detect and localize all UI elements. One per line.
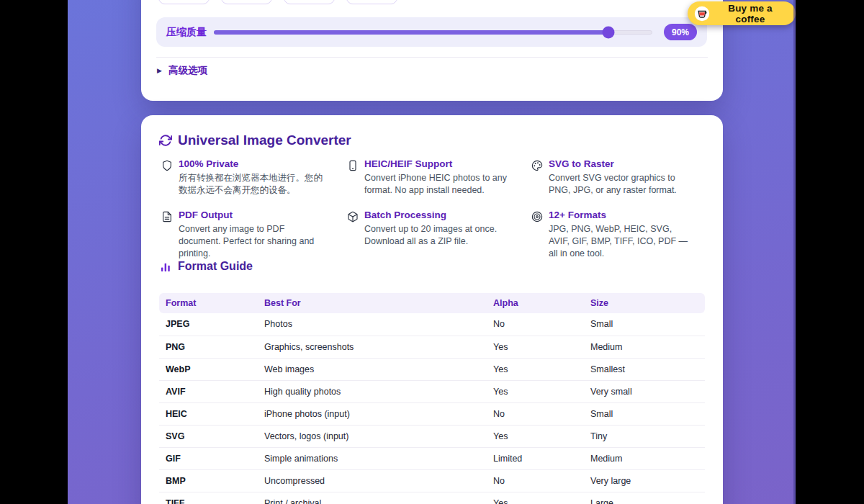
quality-slider-group: 压缩质量 90% <box>156 17 707 47</box>
table-cell: Tiny <box>590 425 705 447</box>
table-cell: Limited <box>493 447 590 469</box>
coffee-cup-icon <box>694 6 710 22</box>
preset-button-4[interactable] <box>346 0 397 4</box>
table-row: AVIFHigh quality photosYesVery small <box>159 380 705 402</box>
table-cell: Medium <box>590 336 705 358</box>
feature-batch: Batch Processing Convert up to 20 images… <box>347 210 531 260</box>
shield-icon <box>161 160 173 197</box>
table-row: HEICiPhone photos (input)NoSmall <box>159 402 705 425</box>
table-cell: HEIC <box>159 402 264 425</box>
feature-title: 100% Private <box>179 158 328 169</box>
feature-private: 100% Private 所有转换都在浏览器本地进行。您的数据永远不会离开您的设… <box>161 158 347 197</box>
table-cell: Large <box>590 492 705 504</box>
table-cell: AVIF <box>159 380 264 402</box>
table-cell: GIF <box>159 447 264 469</box>
feature-desc: JPG, PNG, WebP, HEIC, SVG, AVIF, GIF, BM… <box>549 223 693 260</box>
feature-desc: Convert up to 20 images at once. Downloa… <box>364 223 513 248</box>
feature-formats: 12+ Formats JPG, PNG, WebP, HEIC, SVG, A… <box>531 210 711 260</box>
table-cell: Graphics, screenshots <box>264 336 493 358</box>
table-row: GIFSimple animationsLimitedMedium <box>159 447 705 469</box>
bmc-label: Buy me a coffee <box>715 3 786 24</box>
table-cell: JPEG <box>159 313 264 336</box>
feature-grid: 100% Private 所有转换都在浏览器本地进行。您的数据永远不会离开您的设… <box>161 158 711 260</box>
table-cell: Print / archival <box>264 492 493 504</box>
table-cell: No <box>493 469 590 492</box>
smartphone-icon <box>347 160 359 197</box>
format-table-header: Alpha <box>493 293 590 313</box>
table-cell: WebP <box>159 358 264 380</box>
format-guide-title: Format Guide <box>178 260 253 273</box>
disc-icon <box>531 211 543 260</box>
table-cell: SVG <box>159 425 264 447</box>
format-table-header: Format <box>159 293 264 313</box>
converter-title: Universal Image Converter <box>178 132 351 148</box>
table-cell: Very large <box>590 469 705 492</box>
feature-title: Batch Processing <box>364 210 513 220</box>
table-cell: Photos <box>264 313 493 336</box>
feature-title: SVG to Raster <box>549 158 693 169</box>
feature-desc: Convert any image to PDF document. Perfe… <box>179 223 328 260</box>
slider-thumb[interactable] <box>603 26 615 38</box>
quality-value-badge: 90% <box>664 24 697 40</box>
table-row: BMPUncompressedNoVery large <box>159 469 705 492</box>
table-cell: High quality photos <box>264 380 493 402</box>
advanced-options-label: 高级选项 <box>168 64 207 77</box>
format-table: FormatBest ForAlphaSize JPEGPhotosNoSmal… <box>159 293 705 504</box>
format-guide-header: Format Guide <box>161 260 253 273</box>
table-cell: Simple animations <box>264 447 493 469</box>
table-cell: TIFF <box>159 492 264 504</box>
page-viewport: 压缩质量 90% ▶ 高级选项 Buy me a coffee <box>68 0 796 504</box>
table-cell: Medium <box>590 447 705 469</box>
feature-heic: HEIC/HEIF Support Convert iPhone HEIC ph… <box>347 158 531 197</box>
feature-desc: Convert iPhone HEIC photos to any format… <box>364 172 513 197</box>
table-cell: Yes <box>493 380 590 402</box>
compression-settings-card: 压缩质量 90% ▶ 高级选项 <box>141 0 723 101</box>
preset-button-1[interactable] <box>158 0 210 4</box>
document-icon <box>161 211 173 260</box>
table-row: PNGGraphics, screenshotsYesMedium <box>159 336 705 358</box>
table-cell: Smallest <box>590 358 705 380</box>
table-cell: No <box>493 313 590 336</box>
table-cell: Vectors, logos (input) <box>264 425 493 447</box>
table-cell: Yes <box>493 492 590 504</box>
quality-slider[interactable] <box>214 27 652 38</box>
advanced-options-toggle[interactable]: ▶ 高级选项 <box>157 64 207 77</box>
table-cell: Small <box>590 313 705 336</box>
quality-label: 压缩质量 <box>166 26 210 39</box>
package-icon <box>347 211 359 260</box>
divider <box>156 57 708 58</box>
table-cell: iPhone photos (input) <box>264 402 493 425</box>
format-table-header-row: FormatBest ForAlphaSize <box>159 293 705 313</box>
bar-chart-icon <box>161 261 171 272</box>
table-row: JPEGPhotosNoSmall <box>159 313 705 336</box>
table-cell: Yes <box>493 336 590 358</box>
table-cell: Very small <box>590 380 705 402</box>
scrollbar-track[interactable] <box>793 0 796 504</box>
preset-button-3[interactable] <box>284 0 335 4</box>
preset-button-2[interactable] <box>221 0 272 4</box>
table-cell: BMP <box>159 469 264 492</box>
table-cell: Uncompressed <box>264 469 493 492</box>
table-row: TIFFPrint / archivalYesLarge <box>159 492 705 504</box>
universal-converter-card: Universal Image Converter 100% Private 所… <box>141 115 723 504</box>
table-cell: Yes <box>493 358 590 380</box>
table-row: SVGVectors, logos (input)YesTiny <box>159 425 705 447</box>
chevron-right-icon: ▶ <box>157 68 162 74</box>
table-cell: Yes <box>493 425 590 447</box>
refresh-icon <box>159 134 172 147</box>
palette-icon <box>531 160 543 197</box>
feature-desc: 所有转换都在浏览器本地进行。您的数据永远不会离开您的设备。 <box>179 172 328 197</box>
table-row: WebPWeb imagesYesSmallest <box>159 358 705 380</box>
table-cell: PNG <box>159 336 264 358</box>
format-preset-row <box>158 0 397 4</box>
feature-title: 12+ Formats <box>549 210 693 220</box>
table-cell: No <box>493 402 590 425</box>
feature-title: HEIC/HEIF Support <box>364 158 513 169</box>
buy-me-a-coffee-button[interactable]: Buy me a coffee <box>688 1 796 25</box>
feature-desc: Convert SVG vector graphics to PNG, JPG,… <box>549 172 693 197</box>
feature-svg-raster: SVG to Raster Convert SVG vector graphic… <box>531 158 711 197</box>
slider-fill <box>214 30 608 35</box>
converter-header: Universal Image Converter <box>159 132 351 148</box>
feature-pdf: PDF Output Convert any image to PDF docu… <box>161 210 347 260</box>
feature-title: PDF Output <box>179 210 328 220</box>
